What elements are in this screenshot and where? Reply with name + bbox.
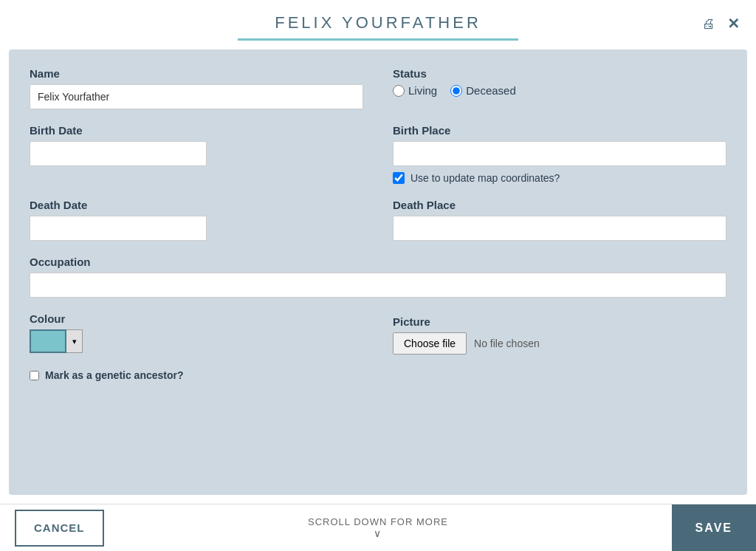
choose-file-button[interactable]: Choose file bbox=[393, 332, 467, 355]
genetic-row: Mark as a genetic ancestor? bbox=[30, 369, 726, 381]
header-divider bbox=[238, 38, 518, 41]
name-input[interactable] bbox=[30, 84, 363, 109]
row-colour-picture: Colour ▾ Picture Choose file No file cho… bbox=[30, 312, 726, 355]
save-button[interactable]: SAVE bbox=[672, 504, 756, 552]
colour-dropdown-button[interactable]: ▾ bbox=[66, 329, 83, 353]
death-date-label: Death Date bbox=[30, 199, 363, 211]
col-name: Name bbox=[30, 67, 363, 109]
file-choose-row: Choose file No file chosen bbox=[393, 332, 726, 355]
living-text: Living bbox=[408, 84, 437, 97]
status-living-radio[interactable] bbox=[393, 85, 405, 97]
death-date-input[interactable] bbox=[30, 216, 207, 241]
col-colour: Colour ▾ bbox=[30, 312, 363, 355]
status-radio-group: Living Deceased bbox=[393, 84, 726, 97]
col-death-place: Death Place bbox=[393, 199, 726, 241]
use-map-row: Use to update map coordinates? bbox=[393, 172, 726, 184]
modal-body: Name Status Living Deceased bbox=[9, 49, 747, 495]
picture-label: Picture bbox=[393, 315, 726, 328]
col-occupation: Occupation bbox=[30, 256, 726, 298]
name-label: Name bbox=[30, 67, 363, 80]
modal-header: FELIX YOURFATHER 🖨 ✕ bbox=[0, 0, 756, 32]
birth-place-label: Birth Place bbox=[393, 124, 726, 137]
birth-date-input[interactable] bbox=[30, 141, 207, 166]
row-name-status: Name Status Living Deceased bbox=[30, 67, 726, 109]
col-picture: Picture Choose file No file chosen bbox=[393, 315, 726, 355]
print-button[interactable]: 🖨 bbox=[701, 15, 717, 33]
col-status: Status Living Deceased bbox=[393, 67, 726, 109]
colour-swatch bbox=[30, 329, 66, 353]
colour-label: Colour bbox=[30, 312, 363, 325]
col-birth-place: Birth Place Use to update map coordinate… bbox=[393, 124, 726, 184]
col-birth-date: Birth Date bbox=[30, 124, 363, 184]
use-map-checkbox[interactable] bbox=[393, 172, 405, 184]
status-deceased-label[interactable]: Deceased bbox=[450, 84, 516, 97]
header-icons: 🖨 ✕ bbox=[701, 13, 741, 34]
print-icon: 🖨 bbox=[702, 16, 715, 31]
birth-date-label: Birth Date bbox=[30, 124, 363, 137]
no-file-text: No file chosen bbox=[474, 338, 540, 349]
row-occupation: Occupation bbox=[30, 256, 726, 298]
row-birth: Birth Date Birth Place Use to update map… bbox=[30, 124, 726, 184]
close-icon: ✕ bbox=[727, 16, 740, 32]
genetic-checkbox[interactable] bbox=[30, 371, 39, 380]
chevron-down-icon: ∨ bbox=[308, 527, 448, 539]
occupation-input[interactable] bbox=[30, 273, 726, 298]
modal-footer: CANCEL SCROLL DOWN FOR MORE ∨ SAVE bbox=[0, 504, 756, 551]
colour-control: ▾ bbox=[30, 329, 363, 353]
death-place-input[interactable] bbox=[393, 216, 726, 241]
status-living-label[interactable]: Living bbox=[393, 84, 437, 97]
status-label: Status bbox=[393, 67, 726, 80]
use-map-label: Use to update map coordinates? bbox=[410, 172, 560, 184]
col-death-date: Death Date bbox=[30, 199, 363, 241]
status-deceased-radio[interactable] bbox=[450, 85, 462, 97]
close-button[interactable]: ✕ bbox=[726, 13, 741, 34]
death-place-label: Death Place bbox=[393, 199, 726, 211]
modal-title: FELIX YOURFATHER bbox=[275, 13, 481, 32]
genetic-label: Mark as a genetic ancestor? bbox=[45, 369, 184, 381]
cancel-button[interactable]: CANCEL bbox=[15, 510, 104, 547]
deceased-text: Deceased bbox=[466, 84, 516, 97]
modal: FELIX YOURFATHER 🖨 ✕ Name Status bbox=[0, 0, 756, 551]
row-death: Death Date Death Place bbox=[30, 199, 726, 241]
scroll-down-label: SCROLL DOWN FOR MORE ∨ bbox=[308, 516, 448, 539]
birth-place-input[interactable] bbox=[393, 141, 726, 166]
occupation-label: Occupation bbox=[30, 256, 726, 268]
